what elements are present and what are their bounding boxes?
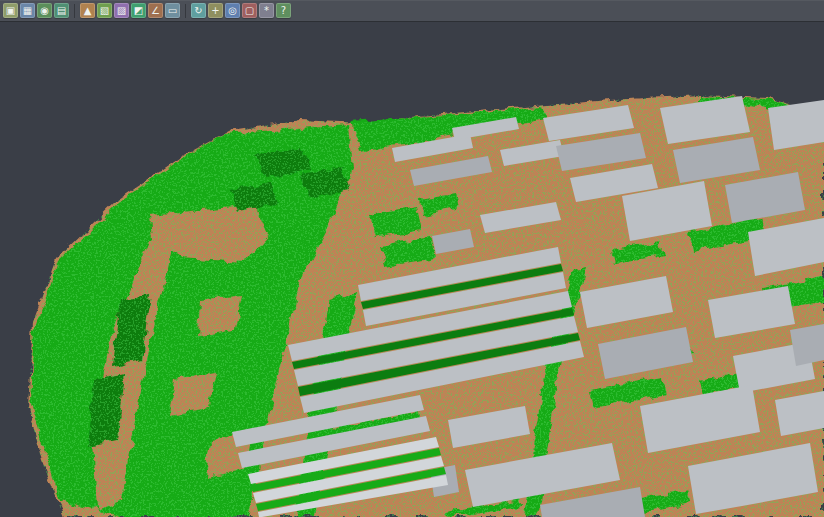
pan-icon[interactable]: +: [208, 3, 223, 18]
point-cloud-render: [0, 0, 824, 517]
zoom-icon[interactable]: ◎: [225, 3, 240, 18]
fullscreen-icon[interactable]: ▢: [242, 3, 257, 18]
open-icon[interactable]: ▣: [3, 3, 18, 18]
rotate-view-icon[interactable]: ↻: [191, 3, 206, 18]
layers-icon[interactable]: ▤: [54, 3, 69, 18]
help-icon[interactable]: ?: [276, 3, 291, 18]
texture-icon[interactable]: ▨: [114, 3, 129, 18]
viewport-3d[interactable]: [0, 0, 824, 517]
measure-icon[interactable]: ∠: [148, 3, 163, 18]
toolbar: ▣▦◉▤▲▧▨◩∠▭↻+◎▢*?: [0, 0, 824, 22]
settings-icon[interactable]: *: [259, 3, 274, 18]
toolbar-separator: [185, 4, 186, 18]
save-icon[interactable]: ▦: [20, 3, 35, 18]
mesh-icon[interactable]: ▧: [97, 3, 112, 18]
screenshot-icon[interactable]: ◉: [37, 3, 52, 18]
toolbar-separator: [74, 4, 75, 18]
crop-icon[interactable]: ▭: [165, 3, 180, 18]
terrain-icon[interactable]: ▲: [80, 3, 95, 18]
classification-icon[interactable]: ◩: [131, 3, 146, 18]
toolbar-icons: ▣▦◉▤▲▧▨◩∠▭↻+◎▢*?: [3, 3, 291, 18]
